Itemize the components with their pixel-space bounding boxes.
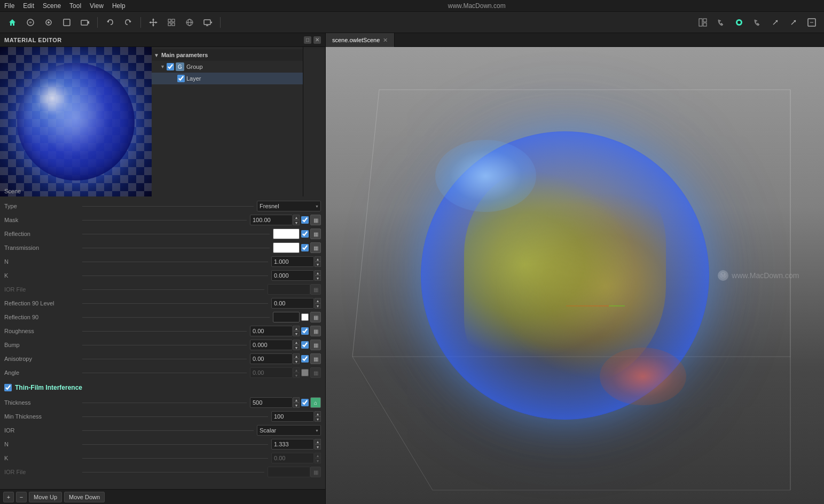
prop-refl90lvl-down[interactable]: ▼: [315, 303, 321, 309]
menu-view[interactable]: View: [90, 2, 104, 10]
move-up-btn[interactable]: Move Up: [29, 492, 62, 502]
tree-section-main[interactable]: ▼ Main parameters: [152, 49, 303, 61]
prop-k-down[interactable]: ▼: [315, 275, 321, 281]
toolbar-btn-render[interactable]: [200, 15, 216, 30]
prop-refl90-check[interactable]: [301, 313, 309, 321]
scene-tab-close[interactable]: ✕: [383, 37, 388, 44]
prop-mask-map[interactable]: ▦: [310, 215, 321, 225]
prop-n2-input[interactable]: [271, 439, 314, 450]
prop-mask-input[interactable]: [250, 215, 293, 225]
panel-expand-btn[interactable]: □: [304, 36, 311, 44]
toolbar-btn-move[interactable]: [145, 15, 161, 30]
move-down-btn[interactable]: Move Down: [64, 492, 105, 502]
tree-item-group[interactable]: ▼ G Group: [152, 61, 303, 73]
prop-transmission-map[interactable]: ▦: [310, 242, 321, 253]
prop-bump-down[interactable]: ▼: [293, 345, 300, 350]
layer-checkbox[interactable]: [177, 75, 185, 82]
prop-roughness-check[interactable]: [301, 327, 309, 335]
prop-anisotropy-map[interactable]: ▦: [310, 353, 321, 364]
prop-refl90lvl-input[interactable]: [271, 298, 314, 309]
prop-anisotropy-up[interactable]: ▲: [293, 353, 300, 359]
prop-n-up[interactable]: ▲: [315, 256, 321, 262]
prop-anisotropy-input[interactable]: [250, 353, 293, 364]
prop-k2-input[interactable]: [271, 453, 314, 463]
prop-roughness-up[interactable]: ▲: [293, 326, 300, 331]
prop-iorfile-input[interactable]: [268, 284, 310, 295]
prop-type-dropdown[interactable]: Fresnel: [257, 201, 321, 211]
menu-help[interactable]: Help: [112, 2, 125, 10]
prop-mask-up[interactable]: ▲: [293, 215, 300, 220]
prop-thickness-map[interactable]: ⌂: [310, 397, 321, 408]
prop-transmission-check[interactable]: [301, 244, 309, 251]
prop-angle-up[interactable]: ▲: [293, 367, 300, 373]
scene-tab-main[interactable]: scene.owletScene ✕: [326, 33, 395, 47]
toolbar-btn-4[interactable]: [59, 15, 75, 30]
toolbar-btn-expand[interactable]: [804, 15, 820, 30]
prop-angle-input[interactable]: [250, 367, 293, 378]
prop-bump-input[interactable]: [250, 340, 293, 350]
prop-refl90-map[interactable]: ▦: [310, 312, 321, 322]
toolbar-btn-3[interactable]: [41, 15, 57, 30]
prop-n2-up[interactable]: ▲: [315, 439, 321, 444]
menu-scene[interactable]: Scene: [43, 2, 61, 10]
prop-bump-check[interactable]: [301, 341, 309, 349]
toolbar-btn-active[interactable]: [731, 15, 747, 30]
toolbar-btn-mesh[interactable]: [182, 15, 198, 30]
viewport[interactable]: Ⓜ www.MacDown.com: [326, 47, 824, 504]
prop-angle-check[interactable]: [301, 369, 309, 376]
prop-n2-down[interactable]: ▼: [315, 444, 321, 450]
prop-refl90lvl-up[interactable]: ▲: [315, 298, 321, 303]
prop-thickness-up[interactable]: ▲: [293, 397, 300, 403]
prop-refl90-color[interactable]: [273, 312, 300, 322]
prop-transmission-color[interactable]: [273, 242, 300, 253]
prop-k2-down[interactable]: ▼: [315, 458, 321, 463]
prop-reflection-color[interactable]: [273, 229, 300, 239]
prop-minthickness-down[interactable]: ▼: [315, 416, 321, 422]
thin-film-checkbox[interactable]: [4, 384, 12, 391]
prop-iorfile2-btn[interactable]: ▦: [310, 467, 321, 477]
group-checkbox[interactable]: [167, 63, 174, 70]
add-layer-btn[interactable]: +: [3, 492, 14, 502]
prop-iorfile-btn[interactable]: ▦: [310, 284, 321, 295]
toolbar-btn-home[interactable]: [4, 15, 20, 30]
prop-reflection-check[interactable]: [301, 230, 309, 238]
prop-k-up[interactable]: ▲: [315, 270, 321, 275]
toolbar-btn-call[interactable]: [713, 15, 729, 30]
prop-reflection-map[interactable]: ▦: [310, 229, 321, 239]
menu-tool[interactable]: Tool: [69, 2, 81, 10]
menu-edit[interactable]: Edit: [23, 2, 34, 10]
prop-n-down[interactable]: ▼: [315, 262, 321, 267]
toolbar-btn-2[interactable]: [22, 15, 38, 30]
toolbar-btn-camera[interactable]: [77, 15, 93, 30]
prop-mask-check[interactable]: [301, 216, 309, 224]
toolbar-btn-arrow-up-right[interactable]: [767, 15, 783, 30]
toolbar-btn-grid[interactable]: [163, 15, 179, 30]
panel-close-btn[interactable]: ✕: [313, 36, 321, 44]
prop-n-input[interactable]: [271, 256, 314, 267]
prop-anisotropy-down[interactable]: ▼: [293, 359, 300, 364]
toolbar-btn-redo[interactable]: [120, 15, 136, 30]
prop-ior-dropdown[interactable]: Scalar: [257, 425, 321, 436]
prop-thickness-input[interactable]: [250, 397, 293, 408]
toolbar-btn-undo[interactable]: [102, 15, 118, 30]
prop-iorfile2-input[interactable]: [268, 467, 310, 477]
toolbar-btn-arrow2[interactable]: [786, 15, 802, 30]
tree-item-layer[interactable]: Layer: [152, 73, 303, 84]
prop-minthickness-input[interactable]: [271, 411, 314, 422]
toolbar-btn-layout[interactable]: [695, 15, 711, 30]
prop-roughness-input[interactable]: [250, 326, 293, 336]
remove-layer-btn[interactable]: −: [16, 492, 27, 502]
prop-k2-up[interactable]: ▲: [315, 453, 321, 458]
prop-bump-map[interactable]: ▦: [310, 340, 321, 350]
prop-anisotropy-check[interactable]: [301, 355, 309, 363]
prop-roughness-down[interactable]: ▼: [293, 331, 300, 336]
prop-angle-map[interactable]: ▦: [310, 367, 321, 378]
prop-bump-up[interactable]: ▲: [293, 340, 300, 345]
prop-thickness-check[interactable]: [301, 399, 309, 406]
prop-mask-down[interactable]: ▼: [293, 220, 300, 225]
prop-thickness-down[interactable]: ▼: [293, 403, 300, 408]
menu-file[interactable]: File: [4, 2, 14, 10]
toolbar-btn-call2[interactable]: [749, 15, 765, 30]
prop-k-input[interactable]: [271, 270, 314, 281]
prop-angle-down[interactable]: ▼: [293, 373, 300, 378]
